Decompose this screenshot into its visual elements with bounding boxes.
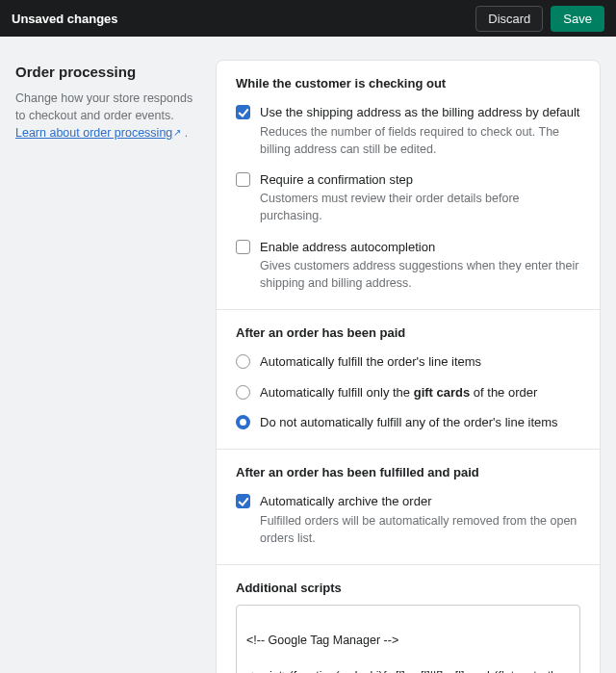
- option-label: Automatically archive the order: [260, 493, 580, 510]
- radio-icon: [236, 354, 250, 369]
- side-desc-post: .: [181, 126, 188, 140]
- page: Order processing Change how your store r…: [0, 37, 616, 673]
- section-scripts-title: Additional scripts: [236, 581, 580, 595]
- checkbox-icon: [236, 105, 250, 119]
- option-body: Use the shipping address as the billing …: [260, 104, 580, 158]
- option-body: Require a confirmation step Customers mu…: [260, 171, 580, 225]
- radio-auto-fulfill-giftcards[interactable]: Automatically fulfill only the gift card…: [236, 380, 580, 411]
- label-bold: gift cards: [414, 385, 471, 400]
- option-body: Do not automatically fulfill any of the …: [260, 414, 580, 431]
- radio-auto-fulfill-all[interactable]: Automatically fulfill the order's line i…: [236, 349, 580, 380]
- radio-do-not-fulfill[interactable]: Do not automatically fulfill any of the …: [236, 410, 580, 431]
- script-spellerror: gtm.start: [504, 669, 552, 673]
- side-heading: Order processing: [15, 64, 196, 80]
- side-description: Change how your store responds to checko…: [15, 90, 196, 142]
- checkbox-auto-archive[interactable]: Automatically archive the order Fulfille…: [236, 489, 580, 547]
- script-line: ':: [551, 669, 556, 673]
- unsaved-changes-label: Unsaved changes: [12, 12, 118, 26]
- script-line: ){w[l]=w[l]||[];w[l].push({': [379, 669, 504, 673]
- checkbox-icon: [236, 240, 250, 254]
- section-scripts: Additional scripts <!-- Google Tag Manag…: [217, 565, 600, 673]
- script-line: <!-- Google Tag Manager -->: [246, 634, 398, 647]
- label-post: of the order: [470, 385, 537, 400]
- checkbox-address-autocomplete[interactable]: Enable address autocompletion Gives cust…: [236, 235, 580, 293]
- option-desc: Customers must review their order detail…: [260, 190, 580, 224]
- option-label: Automatically fulfill only the gift card…: [260, 384, 580, 401]
- checkbox-confirmation-step[interactable]: Require a confirmation step Customers mu…: [236, 168, 580, 235]
- option-label: Require a confirmation step: [260, 171, 580, 189]
- option-body: Automatically fulfill only the gift card…: [260, 384, 580, 401]
- option-desc: Fulfilled orders will be automatically r…: [260, 512, 580, 547]
- link-text: Learn about order processing: [15, 126, 172, 140]
- option-body: Automatically fulfill the order's line i…: [260, 353, 580, 371]
- additional-scripts-textarea[interactable]: <!-- Google Tag Manager --> <script>(fun…: [236, 605, 580, 673]
- option-desc: Reduces the number of fields required to…: [260, 123, 580, 158]
- topbar: Unsaved changes Discard Save: [0, 0, 616, 37]
- section-checkout-title: While the customer is checking out: [236, 76, 580, 91]
- option-body: Enable address autocompletion Gives cust…: [260, 239, 580, 293]
- checkbox-icon: [236, 172, 250, 187]
- section-checkout: While the customer is checking out Use t…: [217, 61, 600, 310]
- section-paid-title: After an order has been paid: [236, 325, 580, 340]
- discard-button[interactable]: Discard: [475, 6, 543, 32]
- radio-icon: [236, 415, 250, 429]
- save-button[interactable]: Save: [551, 6, 604, 32]
- side-column: Order processing Change how your store r…: [15, 60, 196, 673]
- option-desc: Gives customers address suggestions when…: [260, 257, 580, 292]
- option-body: Automatically archive the order Fulfille…: [260, 493, 580, 547]
- section-fulfilled: After an order has been fulfilled and pa…: [217, 450, 600, 565]
- main-card: While the customer is checking out Use t…: [216, 60, 601, 673]
- script-spellerror: w,d,s,l,i: [340, 669, 379, 673]
- checkbox-shipping-as-billing[interactable]: Use the shipping address as the billing …: [236, 100, 580, 168]
- option-label: Use the shipping address as the billing …: [260, 104, 580, 121]
- option-label: Automatically fulfill the order's line i…: [260, 353, 580, 371]
- option-label: Do not automatically fulfill any of the …: [260, 414, 580, 431]
- option-label: Enable address autocompletion: [260, 239, 580, 256]
- radio-icon: [236, 385, 250, 400]
- topbar-actions: Discard Save: [475, 6, 604, 32]
- learn-order-processing-link[interactable]: Learn about order processing↗: [15, 126, 181, 140]
- section-fulfilled-title: After an order has been fulfilled and pa…: [236, 465, 580, 479]
- section-paid: After an order has been paid Automatical…: [217, 310, 600, 450]
- side-desc-text: Change how your store responds to checko…: [15, 91, 192, 122]
- label-pre: Automatically fulfill only the: [260, 385, 414, 400]
- script-line: <script>(function(: [246, 669, 340, 673]
- checkbox-icon: [236, 494, 250, 508]
